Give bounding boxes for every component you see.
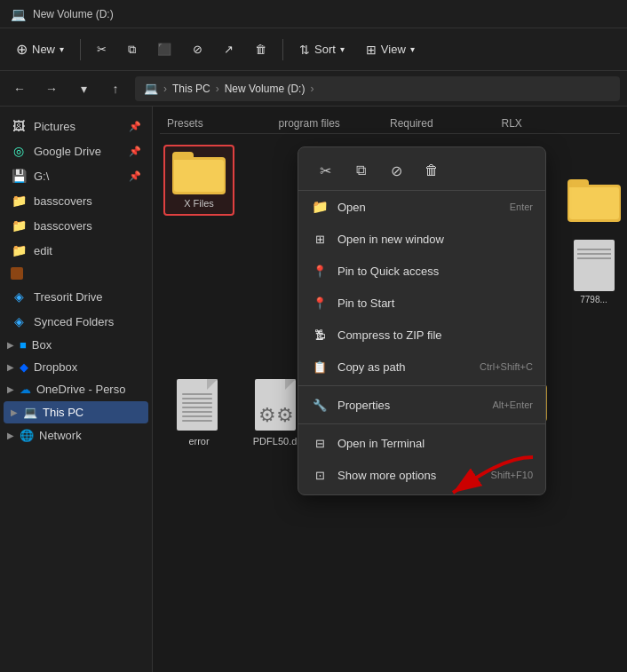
properties-icon: 🔧 [311, 396, 329, 414]
recent-button[interactable]: ▾ [71, 76, 96, 101]
copy-icon: ⧉ [128, 43, 136, 57]
view-button[interactable]: ⊞ View ▾ [357, 37, 424, 62]
sidebar-group-box[interactable]: ▶ ■ Box [0, 334, 152, 356]
expand-icon-onedrive: ▶ [7, 384, 14, 394]
cm-properties-item[interactable]: 🔧 Properties Alt+Enter [298, 389, 545, 421]
cm-delete-button[interactable]: 🗑 [416, 156, 448, 185]
sidebar-item-edit[interactable]: 📁 edit [0, 238, 152, 263]
cm-rename-button[interactable]: ⊘ [380, 156, 412, 185]
folder-icon-3: 📁 [11, 242, 27, 258]
address-path[interactable]: 💻 › This PC › New Volume (D:) › [135, 76, 620, 101]
cm-open-new-window-item[interactable]: ⊞ Open in new window [298, 223, 545, 255]
cm-copy-path-shortcut: Ctrl+Shift+C [480, 361, 533, 372]
sidebar-item-google-drive[interactable]: ◎ Google Drive 📌 [0, 138, 152, 163]
sidebar-item-dropbox-label: Dropbox [34, 360, 77, 374]
doc-lines-error [182, 393, 212, 424]
doc-line-3 [182, 402, 212, 404]
doc-line-7 [182, 420, 212, 422]
cm-open-shortcut: Enter [510, 202, 533, 212]
cm-cut-button[interactable]: ✂ [309, 156, 341, 185]
sidebar-item-google-drive-label: Google Drive [34, 145, 101, 158]
file-item-partial-2[interactable]: 7798... [560, 234, 627, 310]
cm-pin-start-item[interactable]: 📍 Pin to Start [298, 287, 545, 319]
new-button[interactable]: ⊕ New ▾ [7, 36, 73, 63]
pin-icon: 📌 [129, 121, 141, 132]
cm-show-more-shortcut: Shift+F10 [491, 470, 533, 480]
path-drive-icon: 💻 [144, 82, 158, 95]
col-rlx: RLX [502, 117, 614, 130]
cm-pin-quick-access-item[interactable]: 📍 Pin to Quick access [298, 255, 545, 287]
cm-divider-1 [298, 385, 545, 386]
path-this-pc[interactable]: This PC [172, 83, 210, 95]
file-pdfl50-label: PDFL50.dll [253, 436, 301, 447]
sidebar-item-synced[interactable]: ◈ Synced Folders [0, 309, 152, 334]
cm-open-label: Open [337, 201, 366, 214]
delete-button[interactable]: 🗑 [246, 37, 275, 61]
folder-partial-1-inner [569, 187, 619, 219]
sidebar-item-g-drive-label: G:\ [34, 170, 49, 183]
sidebar-item-edit-label: edit [34, 244, 52, 257]
sort-chevron: ▾ [340, 44, 345, 54]
sidebar-item-box-item[interactable] [0, 263, 152, 284]
cm-compress-zip-item[interactable]: 🗜 Compress to ZIP file [298, 319, 545, 351]
paste-button[interactable]: ⬛ [148, 37, 180, 61]
cm-copy-button[interactable]: ⧉ [345, 156, 377, 185]
cut-icon: ✂ [97, 43, 107, 56]
sidebar-item-pictures[interactable]: 🖼 Pictures 📌 [0, 114, 152, 138]
doc-line-6 [182, 415, 212, 417]
show-more-icon: ⊡ [311, 466, 329, 484]
file-item-partial-1[interactable] [560, 174, 627, 227]
cm-divider-2 [298, 423, 545, 424]
forward-button[interactable]: → [39, 76, 64, 101]
cm-open-item[interactable]: 📁 Open Enter [298, 191, 545, 223]
file-item-xfiles[interactable]: X Files [163, 145, 234, 216]
folder-inner [174, 160, 224, 192]
folder-icon-2: 📁 [11, 217, 27, 233]
pdfl50-icon: ⚙⚙ [255, 379, 299, 432]
file-item-error[interactable]: error [163, 374, 234, 452]
sidebar-group-thispc[interactable]: ▶ 💻 This PC [4, 401, 148, 423]
tresorit-icon: ◈ [11, 289, 27, 304]
expand-icon-network: ▶ [7, 431, 14, 440]
pin-start-icon: 📍 [311, 294, 329, 312]
sidebar-item-basscovers-1-label: basscovers [34, 194, 92, 208]
copy-button[interactable]: ⧉ [119, 37, 145, 62]
sort-button[interactable]: ⇅ Sort ▾ [290, 37, 353, 62]
g-drive-icon: 💾 [11, 168, 27, 184]
sidebar-item-basscovers-1[interactable]: 📁 basscovers [0, 188, 152, 213]
cm-show-more-item[interactable]: ⊡ Show more options Shift+F10 [298, 459, 545, 491]
sidebar-item-tresorit[interactable]: ◈ Tresorit Drive [0, 284, 152, 309]
folder-icon-1: 📁 [11, 193, 27, 209]
sidebar-item-thispc-label: This PC [43, 406, 83, 419]
sidebar-group-network[interactable]: ▶ 🌐 Network [0, 424, 152, 447]
cm-copy-path-item[interactable]: 📋 Copy as path Ctrl+Shift+C [298, 351, 545, 383]
expand-icon-thispc: ▶ [11, 407, 18, 417]
view-icon: ⊞ [366, 43, 377, 57]
thispc-icon: 💻 [23, 406, 37, 419]
cm-open-terminal-item[interactable]: ⊟ Open in Terminal [298, 427, 545, 459]
expand-icon-box: ▶ [7, 340, 14, 350]
pdfl50-body: ⚙⚙ [255, 379, 296, 431]
sidebar-item-box-label: Box [32, 338, 52, 352]
toolbar-sep-2 [282, 39, 283, 60]
sidebar-item-basscovers-2[interactable]: 📁 basscovers [0, 213, 152, 238]
share-button[interactable]: ↗ [215, 37, 242, 61]
sort-arrows-icon: ⇅ [299, 43, 310, 57]
path-volume[interactable]: New Volume (D:) [225, 83, 306, 95]
rename-button[interactable]: ⊘ [184, 37, 211, 61]
cm-copy-path-label: Copy as path [337, 360, 406, 374]
address-bar: ← → ▾ ↑ 💻 › This PC › New Volume (D:) › [0, 71, 627, 107]
sidebar-group-dropbox[interactable]: ▶ ◆ Dropbox [0, 356, 152, 378]
sidebar-item-g-drive[interactable]: 💾 G:\ 📌 [0, 163, 152, 188]
box-small-icon [11, 267, 23, 280]
synced-icon: ◈ [11, 313, 27, 329]
sidebar-item-onedrive-label: OneDrive - Perso [36, 383, 125, 396]
doc-line-2 [182, 398, 212, 399]
cut-button[interactable]: ✂ [88, 37, 115, 61]
file-error-label: error [188, 436, 209, 447]
file-xfiles-label: X Files [184, 198, 214, 209]
open-icon: 📁 [311, 198, 329, 216]
sidebar-group-onedrive[interactable]: ▶ ☁ OneDrive - Perso [0, 378, 152, 400]
back-button[interactable]: ← [7, 76, 32, 101]
up-button[interactable]: ↑ [103, 76, 128, 101]
